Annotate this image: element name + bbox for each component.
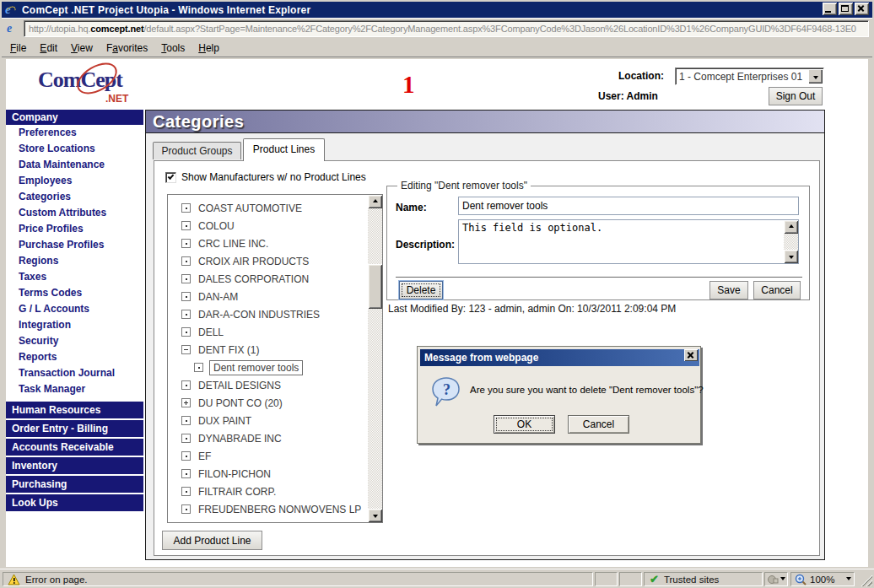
sidebar-header-accounts-receivable[interactable]: Accounts Receivable	[6, 439, 143, 456]
delete-button[interactable]: Delete	[399, 281, 443, 299]
menu-favorites[interactable]: Favorites	[100, 40, 154, 56]
leaf-icon[interactable]	[181, 221, 191, 230]
close-button[interactable]	[855, 3, 869, 15]
tree-item-label[interactable]: COLOU	[198, 220, 235, 232]
leaf-icon[interactable]	[181, 451, 191, 461]
menu-file[interactable]: File	[3, 40, 33, 56]
sidebar-item-regions[interactable]: Regions	[6, 253, 143, 269]
leaf-icon[interactable]	[181, 292, 191, 301]
sidebar-item-preferences[interactable]: Preferences	[6, 125, 143, 141]
tree-item-label[interactable]: EF	[198, 450, 211, 462]
tree-item-label[interactable]: FILON-PICHON	[198, 468, 271, 480]
tree-scrollbar[interactable]	[368, 195, 382, 522]
description-textarea[interactable]: This field is optional.	[458, 219, 799, 264]
tree-item-label[interactable]: DAN-AM	[198, 291, 238, 303]
leaf-icon[interactable]	[181, 327, 191, 337]
scroll-down-button[interactable]	[368, 509, 382, 522]
leaf-icon[interactable]	[181, 256, 191, 266]
sidebar-item-security[interactable]: Security	[6, 333, 143, 349]
leaf-icon[interactable]	[181, 239, 191, 248]
tree-item-label[interactable]: DENT FIX (1)	[198, 344, 259, 356]
leaf-icon[interactable]	[181, 274, 191, 283]
protected-mode-panel[interactable]	[764, 572, 788, 586]
sidebar-item-terms-codes[interactable]: Terms Codes	[6, 285, 143, 301]
sidebar-item-taxes[interactable]: Taxes	[6, 269, 143, 285]
leaf-icon[interactable]	[181, 416, 191, 425]
scroll-thumb[interactable]	[368, 264, 382, 309]
sidebar-item-custom-attributes[interactable]: Custom Attributes	[6, 205, 143, 221]
sidebar-header-purchasing[interactable]: Purchasing	[6, 476, 143, 493]
expand-icon[interactable]	[181, 398, 191, 407]
status-bar: Error on page. ✔ Trusted sites 100%	[0, 569, 874, 588]
show-manufacturers-checkbox[interactable]	[165, 172, 176, 183]
dialog-ok-button[interactable]: OK	[494, 415, 555, 434]
zoom-panel[interactable]: 100%	[790, 572, 855, 586]
tree-item-label[interactable]: CRC LINE INC.	[198, 238, 268, 250]
dialog-cancel-button[interactable]: Cancel	[568, 415, 629, 434]
leaf-icon[interactable]	[181, 504, 191, 514]
tree-item-label[interactable]: Dent remover tools	[209, 360, 303, 375]
sidebar-header-company[interactable]: Company	[6, 110, 143, 125]
scroll-up-button[interactable]	[784, 220, 798, 234]
tree-item-label[interactable]: DETAIL DESIGNS	[198, 380, 281, 391]
sidebar-item-categories[interactable]: Categories	[6, 189, 143, 205]
menu-tools[interactable]: Tools	[154, 40, 192, 56]
resize-grip[interactable]	[861, 575, 872, 586]
location-select[interactable]: 1 - Comcept Enterprises 01	[675, 67, 824, 85]
minimize-button[interactable]	[823, 3, 837, 15]
sidebar-item-store-locations[interactable]: Store Locations	[6, 141, 143, 157]
tree-item-label[interactable]: COAST AUTOMOTIVE	[198, 202, 302, 214]
menu-view[interactable]: View	[64, 40, 100, 56]
sidebar-header-look-ups[interactable]: Look Ups	[6, 494, 143, 511]
sidebar-item-price-profiles[interactable]: Price Profiles	[6, 221, 143, 237]
dialog-close-button[interactable]	[684, 349, 698, 361]
tree-item-label[interactable]: DUX PAINT	[198, 415, 251, 427]
sidebar-item-integration[interactable]: Integration	[6, 317, 143, 333]
tree-item-label[interactable]: DU PONT CO (20)	[198, 397, 283, 409]
tree-item-label[interactable]: DELL	[198, 326, 224, 338]
sidebar-item-employees[interactable]: Employees	[6, 173, 143, 189]
scroll-down-button[interactable]	[784, 250, 798, 263]
sidebar-item-reports[interactable]: Reports	[6, 349, 143, 365]
description-scrollbar[interactable]	[784, 220, 798, 263]
tree-row: DENT FIX (1)	[168, 341, 368, 359]
scroll-up-button[interactable]	[368, 195, 382, 208]
add-product-line-button[interactable]: Add Product Line	[162, 531, 262, 550]
tree-item-label[interactable]: FREUDENBERG NONWOVENS LP	[198, 504, 361, 515]
name-input[interactable]	[458, 197, 799, 215]
leaf-icon[interactable]	[181, 434, 191, 443]
leaf-icon[interactable]	[194, 363, 203, 372]
save-button[interactable]: Save	[709, 281, 748, 299]
cancel-button[interactable]: Cancel	[753, 281, 801, 299]
arrow-down-icon	[789, 256, 794, 259]
location-dropdown-button[interactable]	[808, 69, 823, 84]
address-input[interactable]: http://utopia.hq.comcept.net/default.asp…	[24, 20, 869, 37]
sidebar-header-human-resources[interactable]: Human Resources	[6, 402, 143, 418]
leaf-icon[interactable]	[181, 469, 191, 478]
collapse-icon[interactable]	[181, 345, 191, 354]
main-content-box: Categories Product Groups Product Lines …	[145, 110, 825, 560]
tree-item-label[interactable]: CROIX AIR PRODUCTS	[198, 256, 309, 267]
sidebar-item-purchase-profiles[interactable]: Purchase Profiles	[6, 237, 143, 253]
sign-out-button[interactable]: Sign Out	[769, 87, 823, 105]
sidebar-header-inventory[interactable]: Inventory	[6, 457, 143, 474]
maximize-button[interactable]	[839, 3, 853, 15]
sidebar-item-transaction-journal[interactable]: Transaction Journal	[6, 365, 143, 381]
leaf-icon[interactable]	[181, 203, 191, 213]
leaf-icon[interactable]	[181, 310, 191, 319]
leaf-icon[interactable]	[181, 380, 191, 390]
tab-product-lines[interactable]: Product Lines	[243, 138, 325, 161]
tree-item-label[interactable]: FILTRAIR CORP.	[198, 486, 276, 498]
tree-item-label[interactable]: DAR-A-CON INDUSTRIES	[198, 309, 320, 321]
sidebar-item-g-l-accounts[interactable]: G / L Accounts	[6, 301, 143, 317]
sidebar-item-data-maintenance[interactable]: Data Maintenance	[6, 157, 143, 173]
menu-edit[interactable]: Edit	[33, 40, 64, 56]
leaf-icon[interactable]	[181, 487, 191, 496]
sidebar-header-order-entry-billing[interactable]: Order Entry - Billing	[6, 420, 143, 437]
name-label: Name:	[396, 202, 427, 213]
tree-item-label[interactable]: DALES CORPORATION	[198, 273, 309, 285]
tree-item-label[interactable]: DYNABRADE INC	[198, 433, 282, 445]
sidebar-item-task-manager[interactable]: Task Manager	[6, 381, 143, 397]
menu-help[interactable]: Help	[192, 40, 226, 56]
tab-product-groups[interactable]: Product Groups	[153, 142, 241, 159]
